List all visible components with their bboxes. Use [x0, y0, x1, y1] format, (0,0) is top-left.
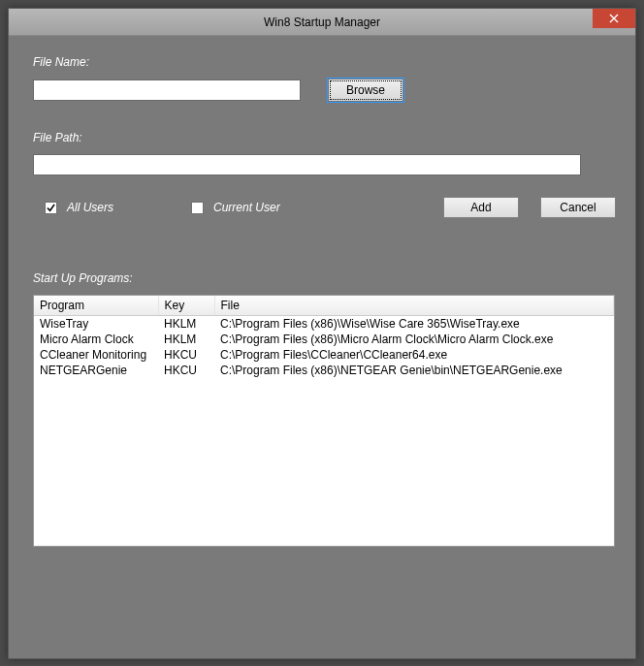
cell-program: NETGEARGenie [34, 363, 158, 378]
cell-key: HKLM [158, 332, 214, 347]
startup-programs-label: Start Up Programs: [33, 271, 616, 285]
window-title: Win8 Startup Manager [264, 16, 380, 29]
all-users-checkbox-wrap[interactable]: All Users [45, 201, 113, 214]
table-row[interactable]: CCleaner MonitoringHKCUC:\Program Files\… [34, 347, 614, 363]
add-button[interactable]: Add [443, 197, 519, 218]
cell-file: C:\Program Files (x86)\NETGEAR Genie\bin… [214, 363, 614, 378]
close-button[interactable] [593, 9, 635, 28]
action-buttons: Add Cancel [443, 197, 616, 218]
cell-key: HKLM [158, 316, 214, 333]
file-path-label: File Path: [33, 131, 616, 144]
close-icon [609, 14, 619, 23]
cell-program: WiseTray [34, 316, 158, 333]
browse-button[interactable]: Browse [328, 79, 403, 102]
current-user-checkbox[interactable] [191, 202, 204, 214]
table-row[interactable]: Micro Alarm ClockHKLMC:\Program Files (x… [34, 332, 614, 347]
cell-file: C:\Program Files (x86)\Wise\Wise Care 36… [214, 316, 614, 333]
all-users-label: All Users [67, 201, 113, 214]
file-path-section: File Path: [33, 131, 616, 175]
file-name-label: File Name: [33, 55, 616, 69]
startup-programs-table[interactable]: Program Key File WiseTrayHKLMC:\Program … [33, 295, 615, 547]
header-key[interactable]: Key [158, 296, 214, 316]
app-window: Win8 Startup Manager File Name: Browse F… [8, 8, 636, 659]
file-path-input[interactable] [33, 154, 581, 175]
current-user-label: Current User [213, 201, 280, 214]
cell-file: C:\Program Files\CCleaner\CCleaner64.exe [214, 347, 614, 363]
table-row[interactable]: WiseTrayHKLMC:\Program Files (x86)\Wise\… [34, 316, 614, 333]
all-users-checkbox[interactable] [45, 202, 57, 214]
titlebar: Win8 Startup Manager [9, 9, 635, 36]
cancel-button[interactable]: Cancel [540, 197, 616, 218]
cell-key: HKCU [158, 363, 214, 378]
table-row[interactable]: NETGEARGenieHKCUC:\Program Files (x86)\N… [34, 363, 614, 378]
cell-key: HKCU [158, 347, 214, 363]
header-program[interactable]: Program [34, 296, 158, 316]
cell-program: CCleaner Monitoring [34, 347, 158, 363]
file-name-row: Browse [33, 79, 616, 102]
file-name-input[interactable] [33, 79, 301, 101]
cell-program: Micro Alarm Clock [34, 332, 158, 347]
table-header-row: Program Key File [34, 296, 614, 316]
cell-file: C:\Program Files (x86)\Micro Alarm Clock… [214, 332, 614, 347]
current-user-checkbox-wrap[interactable]: Current User [191, 201, 280, 214]
content-area: File Name: Browse File Path: All Users C… [9, 36, 635, 556]
options-row: All Users Current User Add Cancel [33, 197, 616, 218]
header-file[interactable]: File [214, 296, 614, 316]
